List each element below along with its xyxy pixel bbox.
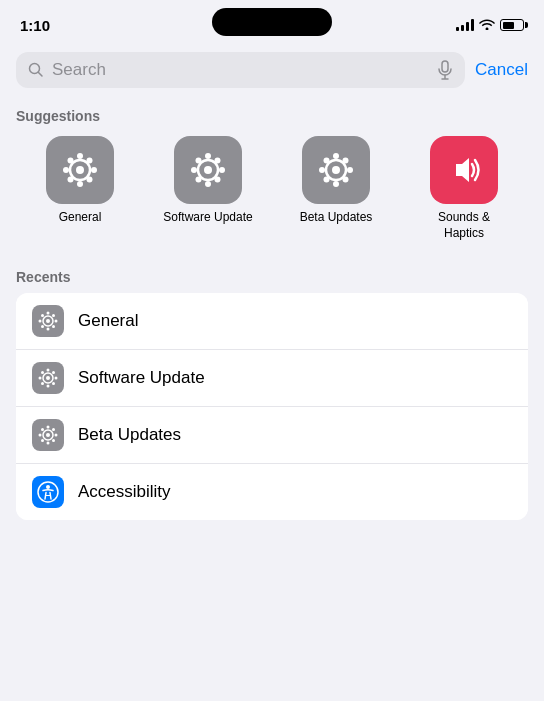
svg-point-59 bbox=[41, 428, 44, 431]
svg-point-61 bbox=[52, 428, 55, 431]
svg-point-21 bbox=[196, 177, 202, 183]
suggestion-general-icon bbox=[46, 136, 114, 204]
svg-point-50 bbox=[52, 382, 55, 385]
mic-icon[interactable] bbox=[437, 60, 453, 80]
svg-point-46 bbox=[47, 385, 50, 388]
svg-point-54 bbox=[46, 433, 50, 437]
recent-general-label: General bbox=[78, 311, 138, 331]
svg-point-57 bbox=[39, 434, 42, 437]
svg-point-24 bbox=[333, 153, 339, 159]
suggestion-software-update-icon bbox=[174, 136, 242, 204]
svg-point-16 bbox=[191, 167, 197, 173]
recent-software-update[interactable]: Software Update bbox=[16, 350, 528, 407]
svg-point-56 bbox=[47, 442, 50, 445]
svg-point-64 bbox=[46, 485, 50, 489]
suggestion-general-label: General bbox=[59, 210, 102, 226]
recent-beta-updates[interactable]: Beta Updates bbox=[16, 407, 528, 464]
svg-point-14 bbox=[205, 153, 211, 159]
svg-point-31 bbox=[324, 177, 330, 183]
suggestion-beta-updates[interactable]: Beta Updates bbox=[291, 136, 381, 241]
svg-point-28 bbox=[324, 158, 330, 164]
svg-point-7 bbox=[91, 167, 97, 173]
svg-point-44 bbox=[46, 376, 50, 380]
svg-point-39 bbox=[41, 314, 44, 317]
recent-accessibility-label: Accessibility bbox=[78, 482, 171, 502]
svg-point-30 bbox=[343, 158, 349, 164]
svg-point-15 bbox=[205, 181, 211, 187]
svg-point-37 bbox=[39, 320, 42, 323]
svg-point-40 bbox=[52, 325, 55, 328]
suggestion-beta-updates-icon bbox=[302, 136, 370, 204]
svg-point-10 bbox=[87, 158, 93, 164]
svg-point-20 bbox=[215, 158, 221, 164]
svg-point-47 bbox=[39, 377, 42, 380]
recent-accessibility[interactable]: Accessibility bbox=[16, 464, 528, 520]
recent-beta-updates-label: Beta Updates bbox=[78, 425, 181, 445]
svg-point-25 bbox=[333, 181, 339, 187]
svg-point-4 bbox=[77, 153, 83, 159]
svg-point-42 bbox=[41, 325, 44, 328]
suggestion-beta-updates-label: Beta Updates bbox=[300, 210, 373, 226]
status-time: 1:10 bbox=[20, 17, 50, 34]
recent-accessibility-icon bbox=[32, 476, 64, 508]
suggestion-software-update-label: Software Update bbox=[163, 210, 252, 226]
svg-point-51 bbox=[52, 371, 55, 374]
recent-general[interactable]: General bbox=[16, 293, 528, 350]
svg-point-55 bbox=[47, 426, 50, 429]
status-bar: 1:10 bbox=[0, 0, 544, 44]
suggestion-general[interactable]: General bbox=[35, 136, 125, 241]
svg-point-49 bbox=[41, 371, 44, 374]
svg-point-6 bbox=[63, 167, 69, 173]
svg-point-48 bbox=[55, 377, 58, 380]
notch bbox=[212, 8, 332, 36]
svg-point-26 bbox=[319, 167, 325, 173]
svg-point-38 bbox=[55, 320, 58, 323]
search-icon bbox=[28, 62, 44, 78]
svg-point-34 bbox=[46, 319, 50, 323]
svg-point-29 bbox=[343, 177, 349, 183]
svg-point-41 bbox=[52, 314, 55, 317]
suggestion-sounds-haptics-label: Sounds & Haptics bbox=[419, 210, 509, 241]
suggestion-sounds-haptics[interactable]: Sounds & Haptics bbox=[419, 136, 509, 241]
svg-point-19 bbox=[215, 177, 221, 183]
svg-point-35 bbox=[47, 312, 50, 315]
battery-icon bbox=[500, 19, 524, 31]
svg-point-52 bbox=[41, 382, 44, 385]
svg-point-23 bbox=[332, 166, 340, 174]
svg-point-13 bbox=[204, 166, 212, 174]
signal-icon bbox=[456, 19, 474, 31]
recent-beta-updates-icon bbox=[32, 419, 64, 451]
svg-point-60 bbox=[52, 439, 55, 442]
recent-software-update-label: Software Update bbox=[78, 368, 205, 388]
wifi-icon bbox=[479, 18, 495, 33]
svg-point-18 bbox=[196, 158, 202, 164]
recents-list: General Software Update bbox=[16, 293, 528, 520]
svg-point-36 bbox=[47, 328, 50, 331]
suggestions-grid: General Software Update bbox=[0, 132, 544, 257]
svg-marker-32 bbox=[456, 158, 469, 182]
svg-point-5 bbox=[77, 181, 83, 187]
recent-software-update-icon bbox=[32, 362, 64, 394]
recents-header: Recents bbox=[0, 257, 544, 293]
svg-point-9 bbox=[87, 177, 93, 183]
cancel-button[interactable]: Cancel bbox=[475, 60, 528, 80]
recent-general-icon bbox=[32, 305, 64, 337]
search-bar[interactable]: Search bbox=[16, 52, 465, 88]
search-container: Search Cancel bbox=[0, 44, 544, 96]
status-icons bbox=[456, 18, 524, 33]
svg-rect-1 bbox=[442, 61, 448, 72]
svg-point-8 bbox=[68, 158, 74, 164]
search-placeholder: Search bbox=[52, 60, 429, 80]
suggestion-sounds-haptics-icon bbox=[430, 136, 498, 204]
svg-point-62 bbox=[41, 439, 44, 442]
svg-point-3 bbox=[76, 166, 84, 174]
svg-point-11 bbox=[68, 177, 74, 183]
suggestion-software-update[interactable]: Software Update bbox=[163, 136, 253, 241]
svg-point-45 bbox=[47, 369, 50, 372]
suggestions-header: Suggestions bbox=[0, 96, 544, 132]
svg-point-27 bbox=[347, 167, 353, 173]
svg-point-17 bbox=[219, 167, 225, 173]
svg-point-58 bbox=[55, 434, 58, 437]
